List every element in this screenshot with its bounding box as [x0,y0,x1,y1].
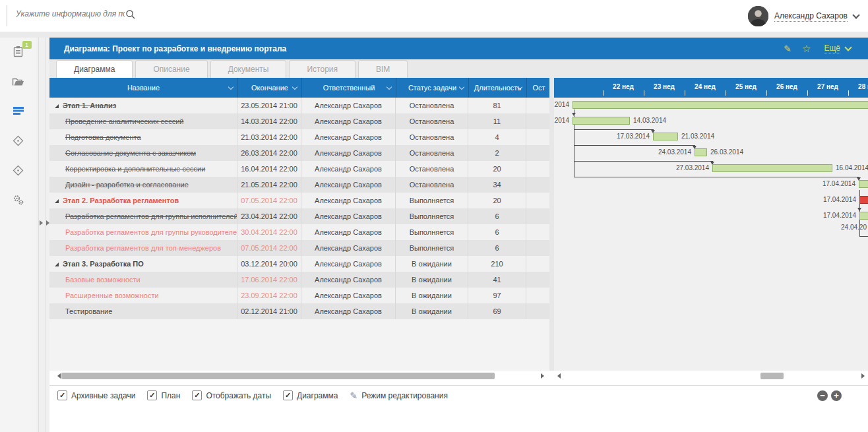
checkbox-label: Отображать даты [206,391,271,400]
edit-mode-toggle[interactable]: ✎ Режим редактирования [350,390,448,401]
checkbox-Архивные задачи[interactable]: ✓Архивные задачи [57,390,135,400]
sort-chevron-icon[interactable] [292,84,297,90]
table-row[interactable]: Этап 1. Анализ23.05.2014 21:00Александр … [49,98,551,113]
collapse-handle-icon[interactable] [40,220,43,226]
cell-end-date: 21.05.2014 22:00 [237,177,301,193]
gantt-bar[interactable] [712,164,832,172]
gantt-bar[interactable] [859,196,868,204]
sort-chevron-icon[interactable] [459,84,464,90]
checkbox-icon[interactable]: ✓ [147,390,157,400]
table-row[interactable]: Корректировка и дополнительные сессии16.… [49,161,551,177]
table-row[interactable]: Разработка регламентов для группы руково… [49,224,551,240]
crosshair-icon [13,135,24,146]
sidebar-item-gantt[interactable] [12,105,25,117]
scrollbar-thumb[interactable] [61,373,495,379]
scroll-right-icon[interactable] [541,373,544,379]
cell-end-date: 03.12.2014 20:00 [237,256,301,272]
cell-end-date: 26.03.2014 22:00 [237,145,301,161]
sidebar-item-projects[interactable] [12,75,25,87]
sidebar-item-target-2[interactable] [12,164,25,176]
cell-duration: 20 [468,193,526,208]
panel-splitter[interactable] [549,78,554,371]
tab-Описание[interactable]: Описание [135,60,207,78]
checkbox-icon[interactable]: ✓ [283,390,293,400]
table-row[interactable]: Проведение аналитических сессий14.03.201… [49,113,551,129]
cell-status: Выполняется [396,240,468,256]
tab-Документы[interactable]: Документы [210,60,287,78]
week-label: 28 нед [858,83,868,90]
cell-task-name: Дизайн - разработка и согласование [49,177,237,193]
week-tick [685,90,685,96]
table-row[interactable]: Базовые возможности17.06.2014 22:00Алекс… [49,272,551,288]
more-menu[interactable]: Ещё [824,44,840,53]
cell-remaining [526,208,551,224]
checkbox-icon[interactable]: ✓ [57,390,67,400]
chevron-down-icon[interactable] [844,44,852,51]
column-header-Ост[interactable]: Ост [526,78,551,98]
cell-status: Остановлена [396,129,468,145]
cell-remaining [526,272,551,288]
gantt-bar[interactable] [859,180,868,188]
scroll-left-icon[interactable] [557,373,561,379]
table-row[interactable]: Подготовка документа21.03.2014 22:00Алек… [49,129,551,145]
sidebar-item-target-1[interactable] [12,135,25,146]
scrollbar-thumb[interactable] [760,373,784,379]
checkbox-План[interactable]: ✓План [147,390,180,400]
scroll-left-icon[interactable] [57,373,61,379]
zoom-out-button[interactable]: − [817,390,828,401]
search-icon[interactable] [125,9,136,20]
user-name[interactable]: Александр Сахаров [774,11,848,22]
table-row[interactable]: Тестирование02.12.2014 21:00Александр Са… [49,303,551,319]
column-header-Название[interactable]: Название [49,78,237,98]
zoom-controls: − + [817,390,842,401]
favorite-star-icon[interactable]: ☆ [802,44,811,53]
gantt-bar[interactable] [573,117,630,125]
cell-end-date: 23.05.2014 21:00 [237,98,301,113]
sort-chevron-icon[interactable] [387,84,392,90]
expand-triangle-icon[interactable] [55,104,59,108]
edit-pencil-icon[interactable]: ✎ [784,44,791,53]
dependency-arrow-icon [857,208,861,211]
cell-status: Остановлена [396,161,468,177]
expand-triangle-icon[interactable] [55,199,59,203]
zoom-in-button[interactable]: + [831,390,842,401]
cell-status: Остановлена [396,113,468,129]
table-row[interactable]: Разработка регламентов для топ-менеджеро… [49,240,551,256]
gantt-bar[interactable] [573,101,868,109]
expand-triangle-icon[interactable] [55,262,59,266]
gantt-bar[interactable] [653,133,678,140]
checkbox-Диаграмма[interactable]: ✓Диаграмма [283,390,338,400]
table-row[interactable]: Разработка регламентов для группы исполн… [49,208,551,224]
sidebar-item-tasks[interactable]: 1 [12,46,25,57]
checkbox-Отображать даты[interactable]: ✓Отображать даты [192,390,271,400]
column-header-Длительность[interactable]: Длительность [468,78,526,98]
column-header-Ответственный[interactable]: Ответственный [301,78,396,98]
cell-status: В ожидании [396,256,468,272]
column-header-Окончание[interactable]: Окончание [237,78,301,98]
dependency-line [859,236,868,237]
user-menu[interactable]: Александр Сахаров [748,6,859,26]
tab-BIM[interactable]: BIM [358,60,408,78]
gantt-date-label: 03.2014 [554,116,569,125]
gantt-bar[interactable] [695,148,707,156]
cell-status: Остановлена [396,98,468,113]
cell-end-date: 17.06.2014 22:00 [237,272,301,288]
tab-Диаграмма[interactable]: Диаграмма [56,60,133,78]
gantt-date-label: 03.2014 [554,100,569,109]
cell-remaining [526,288,551,303]
table-row[interactable]: Расширенные возможности23.09.2014 22:00А… [49,288,551,303]
cell-task-name: Корректировка и дополнительные сессии [49,161,237,177]
gantt-bar[interactable] [859,212,868,220]
checkbox-icon[interactable]: ✓ [192,390,202,400]
table-row[interactable]: Согласование документа с заказчиком26.03… [49,145,551,161]
sort-chevron-icon[interactable] [228,84,233,90]
sidebar-item-settings[interactable] [12,194,25,206]
column-header-Статус задачи[interactable]: Статус задачи [396,78,468,98]
table-row[interactable]: Этап 2. Разработка регламентов07.05.2014… [49,193,551,208]
scroll-right-icon[interactable] [861,373,865,379]
tab-История[interactable]: История [289,60,356,78]
search-input[interactable] [15,9,126,19]
cell-duration: 20 [468,161,526,177]
table-row[interactable]: Дизайн - разработка и согласование21.05.… [49,177,551,193]
table-row[interactable]: Этап 3. Разработка ПО03.12.2014 20:00Але… [49,256,551,272]
